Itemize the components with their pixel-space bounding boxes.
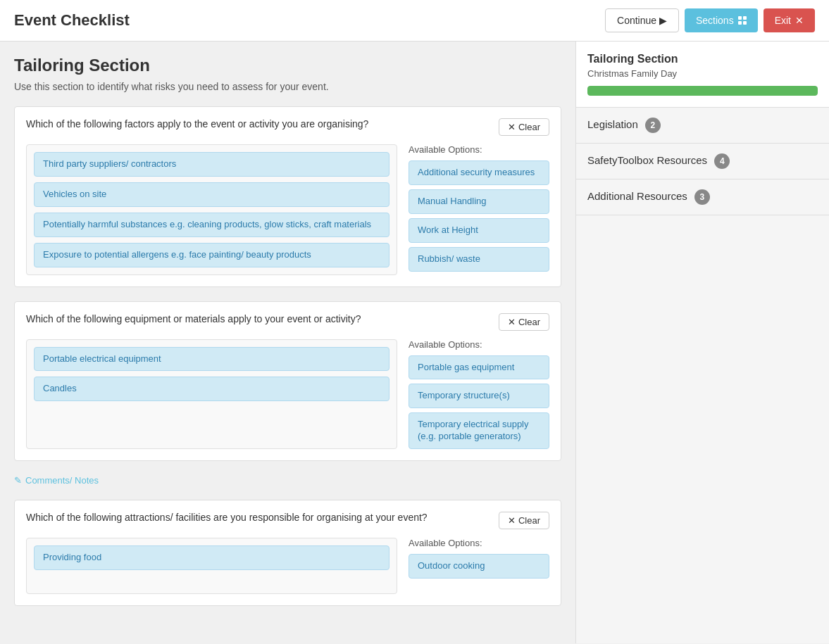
section-subtitle: Use this section to identify what risks …	[14, 81, 561, 92]
content-area: Tailoring Section Use this section to id…	[0, 42, 575, 643]
progress-bar-container	[587, 86, 818, 96]
sections-button[interactable]: Sections	[685, 8, 758, 32]
list-item[interactable]: Work at Height	[409, 218, 549, 243]
exit-button[interactable]: Exit ✕	[763, 8, 815, 32]
list-item[interactable]: Candles	[34, 377, 389, 401]
sidebar: Tailoring Section Christmas Family Day L…	[575, 42, 829, 643]
question-text-3: Which of the following attractions/ faci…	[26, 512, 487, 523]
selected-options-2: Portable electrical equipment Candles	[26, 339, 397, 450]
list-item[interactable]: Third party suppliers/ contractors	[34, 152, 389, 177]
available-options-1: Additional security measures Manual Hand…	[409, 160, 549, 272]
list-item[interactable]: Additional security measures	[409, 160, 549, 185]
question-header-3: Which of the following attractions/ faci…	[26, 512, 549, 529]
sidebar-section-label: SafetyToolbox Resources 4	[587, 153, 730, 169]
header: Event Checklist Continue ▶ Sections Exit…	[0, 0, 829, 42]
main-layout: Tailoring Section Use this section to id…	[0, 42, 829, 643]
list-item[interactable]: Temporary electrical supply (e.g. portab…	[409, 412, 549, 449]
list-item[interactable]: Portable gas equipment	[409, 355, 549, 380]
additional-resources-badge: 3	[694, 189, 710, 205]
progress-bar-fill	[587, 86, 818, 96]
available-options-3: Outdoor cooking	[409, 554, 549, 579]
question-text-1: Which of the following factors apply to …	[26, 118, 487, 130]
options-container-2: Portable electrical equipment Candles Av…	[26, 339, 549, 450]
available-options-col-3: Available Options: Outdoor cooking	[409, 538, 549, 594]
question-header-1: Which of the following factors apply to …	[26, 118, 549, 136]
options-container-1: Third party suppliers/ contractors Vehic…	[26, 144, 549, 275]
available-label-2: Available Options:	[409, 339, 549, 350]
sidebar-event-name: Christmas Family Day	[587, 68, 818, 79]
sidebar-item-safetytoolbox[interactable]: SafetyToolbox Resources 4	[576, 144, 829, 179]
list-item[interactable]: Exposure to potential allergens e.g. fac…	[34, 243, 389, 267]
list-item[interactable]: Outdoor cooking	[409, 554, 549, 579]
list-item[interactable]: Manual Handling	[409, 189, 549, 214]
list-item[interactable]: Rubbish/ waste	[409, 247, 549, 272]
question-text-2: Which of the following equipment or mate…	[26, 313, 487, 324]
list-item[interactable]: Portable electrical equipment	[34, 347, 389, 372]
grid-icon	[738, 16, 747, 25]
legislation-badge: 2	[645, 118, 661, 133]
sidebar-section-label: Legislation 2	[587, 118, 661, 133]
available-options-col-1: Available Options: Additional security m…	[409, 144, 549, 275]
available-options-2: Portable gas equipment Temporary structu…	[409, 355, 549, 450]
sidebar-section-label: Additional Resources 3	[587, 189, 710, 205]
question-header-2: Which of the following equipment or mate…	[26, 313, 549, 331]
question-block-1: Which of the following factors apply to …	[14, 106, 561, 287]
list-item[interactable]: Vehicles on site	[34, 182, 389, 207]
clear-button-2[interactable]: ✕ Clear	[499, 313, 549, 331]
list-item[interactable]: Providing food	[34, 545, 389, 570]
section-title: Tailoring Section	[14, 56, 561, 75]
safetytoolbox-badge: 4	[714, 153, 730, 169]
available-label-3: Available Options:	[409, 538, 549, 548]
header-buttons: Continue ▶ Sections Exit ✕	[605, 8, 815, 32]
sidebar-card: Tailoring Section Christmas Family Day	[576, 42, 829, 108]
question-block-2: Which of the following equipment or mate…	[14, 301, 561, 462]
sidebar-item-legislation[interactable]: Legislation 2	[576, 108, 829, 144]
clear-button-3[interactable]: ✕ Clear	[499, 512, 549, 529]
selected-options-1: Third party suppliers/ contractors Vehic…	[26, 144, 397, 275]
question-block-3: Which of the following attractions/ faci…	[14, 500, 561, 606]
clear-button-1[interactable]: ✕ Clear	[499, 118, 549, 136]
selected-options-3: Providing food	[26, 538, 397, 594]
page-title: Event Checklist	[14, 11, 130, 30]
available-options-col-2: Available Options: Portable gas equipmen…	[409, 339, 549, 450]
list-item[interactable]: Temporary structure(s)	[409, 384, 549, 408]
continue-button[interactable]: Continue ▶	[605, 8, 679, 32]
pencil-icon: ✎	[14, 475, 22, 486]
options-container-3: Providing food Available Options: Outdoo…	[26, 538, 549, 594]
sidebar-item-additional-resources[interactable]: Additional Resources 3	[576, 179, 829, 215]
sidebar-card-title: Tailoring Section	[587, 53, 818, 65]
comments-notes-link[interactable]: ✎ Comments/ Notes	[14, 475, 561, 486]
available-label-1: Available Options:	[409, 144, 549, 155]
list-item[interactable]: Potentially harmful substances e.g. clea…	[34, 213, 389, 237]
